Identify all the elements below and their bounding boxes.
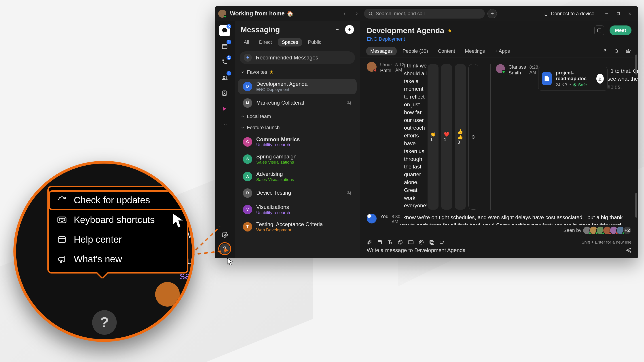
new-space-button[interactable]: + (345, 25, 354, 34)
filter-icon[interactable] (333, 25, 342, 34)
help-menu-item[interactable]: What's new (49, 249, 187, 269)
sections: Favorites★ D Development Agenda ENG Depl… (235, 67, 360, 258)
reaction-add[interactable] (468, 64, 478, 210)
star-icon[interactable]: ★ (447, 27, 452, 34)
conv-tab[interactable]: Content (434, 47, 459, 55)
space-row[interactable]: D Development Agenda ENG Deployment (238, 79, 357, 94)
message-author: You (380, 214, 388, 219)
space-row[interactable]: D Device Testing (238, 186, 357, 200)
cast-icon (544, 11, 549, 16)
callout-connector (191, 168, 240, 257)
seen-avatars[interactable]: +2 (584, 226, 632, 235)
download-icon[interactable] (596, 74, 604, 84)
video-icon[interactable] (439, 240, 445, 245)
space-row[interactable]: A Advertising Sales Visualizations (238, 169, 357, 184)
space-row[interactable]: C Common Metrics Usability research (238, 134, 357, 150)
rail-more[interactable]: ··· (221, 120, 228, 127)
recommended-messages[interactable]: Recommended Messages (240, 51, 355, 64)
space-link[interactable]: ENG Deployment (367, 36, 632, 42)
meet-button[interactable]: Meet (610, 25, 632, 35)
conv-tab[interactable]: Meetings (461, 47, 489, 55)
svg-point-61 (64, 218, 65, 219)
thread-reply: Clarissa Smith8:28 AM project-roadmap.do… (490, 64, 638, 210)
reaction[interactable]: 👏 1 (428, 64, 438, 210)
section-header[interactable]: Feature launch (235, 122, 360, 133)
send-icon[interactable] (626, 247, 632, 253)
refresh-icon (57, 196, 67, 205)
space-row[interactable]: M Marketing Collateral (238, 96, 357, 110)
panel-tab-direct[interactable]: Direct (255, 38, 276, 46)
panel-tab-spaces[interactable]: Spaces (278, 38, 302, 46)
space-row[interactable]: V Visualizations Usability research (238, 202, 357, 217)
reaction[interactable]: 👍👍 3 (455, 64, 466, 210)
conv-tab-add-apps[interactable]: + Apps (490, 47, 514, 55)
rail-calls[interactable]: 1 (219, 56, 230, 67)
user-avatar[interactable] (218, 9, 226, 18)
space-avatar: A (243, 172, 252, 181)
help-menu-item[interactable]: Keyboard shortcuts (49, 210, 187, 230)
help-menu-item[interactable]: Check for updates (49, 190, 187, 210)
connect-device[interactable]: Connect to a device (544, 11, 594, 16)
rail-calendar[interactable]: 1 (219, 41, 230, 52)
rail-calls-badge: 1 (226, 55, 231, 60)
message: Umar Patel8:12 AM I think we should all … (367, 62, 632, 210)
svg-rect-50 (431, 241, 434, 245)
panel-header: Messaging + (235, 21, 360, 36)
seen-more[interactable]: +2 (623, 226, 632, 235)
svg-point-0 (369, 12, 372, 15)
search-input[interactable] (364, 9, 485, 18)
file-name: project-roadmap.doc (556, 70, 592, 81)
help-icon[interactable]: ? (92, 310, 117, 335)
svg-marker-67 (96, 272, 109, 278)
nav-back[interactable] (340, 9, 349, 18)
window-maximize[interactable] (614, 9, 623, 18)
screenshot-icon[interactable] (377, 240, 382, 245)
new-button[interactable] (488, 9, 497, 18)
space-name: Advertising (256, 171, 294, 177)
panel-title: Messaging (240, 25, 280, 34)
svg-rect-29 (598, 29, 601, 32)
scrollbar-thumb[interactable] (635, 193, 637, 218)
rail-team[interactable]: 1 (219, 72, 230, 83)
conv-tab[interactable]: People (30) (398, 47, 432, 55)
window-minimize[interactable] (602, 9, 611, 18)
conv-tab[interactable]: Messages (366, 47, 397, 55)
window-close[interactable] (625, 9, 634, 18)
rail-contacts[interactable] (219, 88, 230, 99)
panel-tab-public[interactable]: Public (304, 38, 325, 46)
file-attachment[interactable]: project-roadmap.doc 24 KB•Safe (538, 67, 608, 90)
composer-input[interactable]: Write a message to Development Agenda (367, 247, 626, 253)
gif-icon[interactable] (408, 240, 414, 245)
section-header[interactable]: Local team (235, 111, 360, 122)
mention-icon[interactable] (418, 240, 424, 245)
help-menu-item[interactable]: Help center (49, 230, 187, 249)
pin-icon[interactable] (601, 47, 609, 55)
section-header[interactable]: Favorites★ (235, 67, 360, 78)
panel-tab-all[interactable]: All (240, 38, 253, 46)
space-row[interactable]: T Testing: Acceptance Criteria Web Devel… (238, 219, 357, 235)
space-row[interactable]: S Spring campaign Sales Visualizations (238, 151, 357, 167)
titlebar-nav (340, 9, 497, 18)
help-menu-label: Help center (74, 234, 122, 245)
rail-media[interactable] (219, 103, 230, 114)
status-text[interactable]: Working from home 🏠 (230, 10, 294, 17)
rail-messaging[interactable]: 5 (219, 25, 230, 36)
connect-device-label: Connect to a device (551, 11, 594, 16)
format-icon[interactable] (387, 240, 393, 245)
emoji-icon[interactable] (398, 240, 403, 245)
tab-search-icon[interactable] (613, 47, 620, 55)
composer-hint: Shift + Enter for a new line (582, 240, 632, 245)
pop-out-button[interactable] (594, 25, 604, 35)
attach-icon[interactable] (367, 240, 372, 245)
keyboard-icon (57, 216, 67, 224)
tab-settings-icon[interactable] (624, 47, 632, 55)
scrollbar-thumb[interactable] (635, 54, 637, 75)
link-icon[interactable] (429, 240, 434, 245)
space-subtitle: Web Development (256, 228, 323, 232)
nav-forward[interactable] (352, 9, 361, 18)
space-avatar: C (243, 137, 252, 147)
reaction[interactable]: ❤️ 1 (441, 64, 452, 210)
space-name: Common Metrics (256, 136, 300, 143)
file-size: 24 KB (556, 82, 567, 87)
svg-rect-4 (544, 12, 548, 15)
